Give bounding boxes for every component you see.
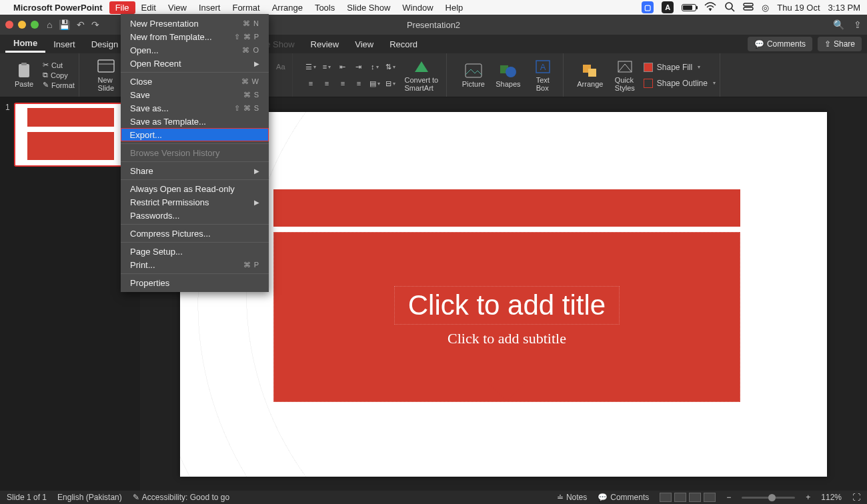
menu-window[interactable]: Window (396, 1, 439, 14)
control-center-icon[interactable] (743, 1, 754, 14)
share-button[interactable]: ⇪ Share (818, 37, 862, 51)
zoom-slider[interactable] (742, 497, 795, 499)
zoom-out-button[interactable]: − (726, 493, 731, 502)
tab-view[interactable]: View (347, 37, 381, 52)
outdent-button[interactable]: ⇤ (335, 59, 350, 74)
format-painter-button[interactable]: ✎ Format (43, 81, 75, 89)
menu-format[interactable]: Format (226, 1, 265, 14)
wifi-icon[interactable] (704, 2, 716, 13)
menu-tools[interactable]: Tools (309, 1, 341, 14)
numbering-button[interactable]: ≡▾ (319, 59, 334, 74)
thumbnail-rail[interactable]: 1 (0, 97, 140, 491)
slide-thumbnail-1[interactable] (14, 103, 127, 167)
cut-button[interactable]: ✂ Cut (43, 61, 75, 69)
file-menu-compress-pictures[interactable]: Compress Pictures... (121, 227, 269, 240)
menubar-time[interactable]: 3:13 PM (828, 3, 860, 13)
tab-review[interactable]: Review (303, 37, 347, 52)
align-left-button[interactable]: ≡ (303, 76, 318, 91)
comments-toggle[interactable]: 💬 Comments (598, 493, 649, 502)
siri-icon[interactable]: ◎ (762, 3, 769, 13)
tab-record[interactable]: Record (381, 37, 425, 52)
file-menu-properties[interactable]: Properties (121, 276, 269, 289)
text-box-button[interactable]: A Text Box (527, 59, 559, 92)
comments-button[interactable]: 💬 Comments (748, 37, 812, 51)
sorter-view-button[interactable] (674, 493, 686, 502)
menubar-date[interactable]: Thu 19 Oct (777, 3, 820, 13)
columns-button[interactable]: ▤▾ (367, 76, 382, 91)
menu-arrange[interactable]: Arrange (266, 1, 309, 14)
slide-canvas[interactable]: Click to add title Click to add subtitle (180, 112, 827, 477)
quick-styles-button[interactable]: Quick Styles (609, 59, 641, 92)
normal-view-button[interactable] (660, 493, 672, 502)
picture-button[interactable]: Picture (458, 63, 490, 88)
svg-rect-6 (21, 63, 27, 65)
convert-smartart-button[interactable]: Convert to SmartArt (401, 59, 442, 92)
slideshow-view-button[interactable] (704, 493, 716, 502)
menu-view[interactable]: View (162, 1, 193, 14)
file-menu-always-open-as-read-only[interactable]: Always Open as Read-only (121, 182, 269, 195)
titlebar-search-icon[interactable]: 🔍 (833, 19, 844, 30)
bullets-button[interactable]: ☰▾ (303, 59, 318, 74)
copy-button[interactable]: ⧉ Copy (43, 71, 75, 79)
file-menu-close[interactable]: Close⌘ W (121, 75, 269, 88)
language-indicator[interactable]: English (Pakistan) (57, 493, 122, 502)
reading-view-button[interactable] (689, 493, 701, 502)
file-menu-passwords[interactable]: Passwords... (121, 209, 269, 222)
file-menu-save-as[interactable]: Save as...⇧ ⌘ S (121, 101, 269, 115)
app-name[interactable]: Microsoft PowerPoint (13, 3, 103, 13)
new-slide-button[interactable]: New Slide (90, 59, 122, 92)
align-text-vert-button[interactable]: ⊟▾ (383, 76, 398, 91)
file-menu-restrict-permissions[interactable]: Restrict Permissions▶ (121, 195, 269, 209)
qat-undo-icon[interactable]: ↶ (77, 19, 85, 30)
zoom-level[interactable]: 112% (821, 493, 842, 502)
shapes-button[interactable]: Shapes (492, 63, 524, 88)
align-right-button[interactable]: ≡ (335, 76, 350, 91)
file-menu-export[interactable]: Export... (121, 128, 269, 141)
window-minimize-button[interactable] (18, 21, 26, 29)
file-menu-save-as-template[interactable]: Save as Template... (121, 115, 269, 128)
tab-design[interactable]: Design (83, 37, 126, 52)
battery-icon[interactable] (682, 4, 696, 11)
paste-button[interactable]: Paste (8, 63, 40, 88)
menu-slideshow[interactable]: Slide Show (341, 1, 396, 14)
menu-insert[interactable]: Insert (193, 1, 227, 14)
tab-insert[interactable]: Insert (45, 37, 83, 52)
subtitle-placeholder[interactable]: Click to add subtitle (448, 330, 566, 347)
file-menu-print[interactable]: Print...⌘ P (121, 258, 269, 271)
arrange-button[interactable]: Arrange (574, 63, 606, 88)
menubar-badge[interactable]: A (662, 1, 674, 13)
tab-home[interactable]: Home (5, 35, 45, 53)
slide-counter[interactable]: Slide 1 of 1 (7, 493, 47, 502)
content-placeholder[interactable]: Click to add title Click to add subtitle (273, 232, 740, 402)
file-menu-open[interactable]: Open...⌘ O (121, 43, 269, 57)
qat-redo-icon[interactable]: ↷ (91, 19, 99, 30)
file-menu-save[interactable]: Save⌘ S (121, 88, 269, 101)
file-menu-new-from-template[interactable]: New from Template...⇧ ⌘ P (121, 30, 269, 43)
accessibility-checker[interactable]: ✎ Accessibility: Good to go (133, 493, 229, 502)
align-center-button[interactable]: ≡ (319, 76, 334, 91)
zoom-in-button[interactable]: + (806, 493, 810, 502)
shape-outline-button[interactable]: Shape Outline▾ (644, 79, 716, 88)
file-menu-open-recent[interactable]: Open Recent▶ (121, 57, 269, 70)
notes-toggle[interactable]: ≐ Notes (557, 493, 587, 502)
menu-edit[interactable]: Edit (135, 1, 162, 14)
window-zoom-button[interactable] (31, 21, 39, 29)
justify-button[interactable]: ≡ (351, 76, 366, 91)
shape-fill-button[interactable]: Shape Fill▾ (644, 63, 716, 72)
app-store-icon[interactable]: ▢ (642, 1, 654, 13)
qat-home-icon[interactable]: ⌂ (47, 19, 52, 30)
text-direction-button[interactable]: ⇅▾ (383, 59, 398, 74)
fit-window-button[interactable]: ⛶ (852, 493, 860, 502)
line-spacing-button[interactable]: ↕▾ (367, 59, 382, 74)
titlebar-share-icon[interactable]: ⇪ (854, 19, 862, 30)
menu-file[interactable]: File (109, 1, 135, 14)
file-menu-page-setup[interactable]: Page Setup... (121, 245, 269, 258)
indent-button[interactable]: ⇥ (351, 59, 366, 74)
title-placeholder[interactable]: Click to add title (394, 286, 620, 325)
file-menu-share[interactable]: Share▶ (121, 164, 269, 177)
window-close-button[interactable] (5, 21, 13, 29)
search-icon[interactable] (724, 1, 735, 14)
menu-help[interactable]: Help (440, 1, 470, 14)
file-menu-new-presentation[interactable]: New Presentation⌘ N (121, 17, 269, 30)
qat-save-icon[interactable]: 💾 (59, 19, 70, 30)
